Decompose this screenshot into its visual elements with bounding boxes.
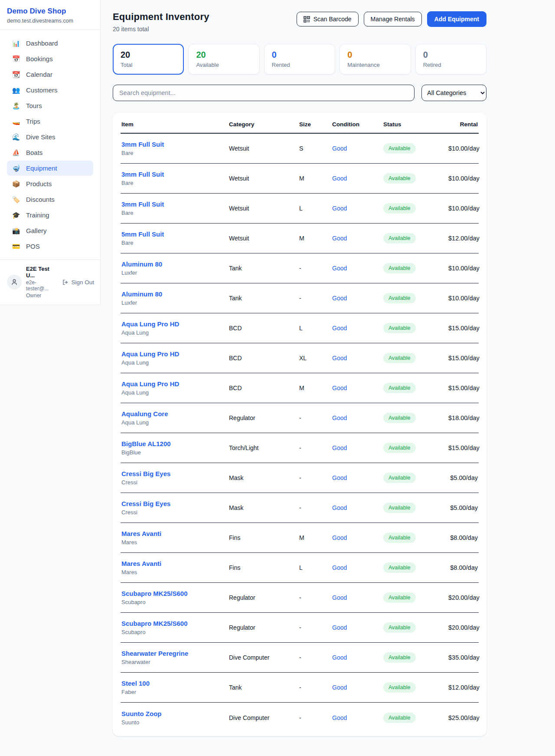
item-name-link[interactable]: Mares Avanti <box>121 560 229 567</box>
table-row: Aqua Lung Pro HD Aqua Lung BCD M Good Av… <box>121 373 479 403</box>
stat-card-rented[interactable]: 0 Rented <box>264 44 335 75</box>
item-cell: Suunto Zoop Suunto <box>121 710 229 726</box>
sidebar-item-label: Training <box>26 211 49 219</box>
add-equipment-button[interactable]: Add Equipment <box>427 11 486 27</box>
category-cell: Fins <box>229 564 299 571</box>
item-name-link[interactable]: 3mm Full Suit <box>121 171 229 178</box>
size-cell: S <box>299 145 332 152</box>
stat-card-available[interactable]: 20 Available <box>188 44 259 75</box>
category-filter-select[interactable]: All Categories <box>421 85 486 101</box>
sidebar-item-label: Products <box>26 180 52 187</box>
condition-cell: Good <box>332 175 383 182</box>
item-name-link[interactable]: Aqualung Core <box>121 410 229 417</box>
item-name-link[interactable]: Cressi Big Eyes <box>121 500 229 507</box>
category-cell: Dive Computer <box>229 714 299 721</box>
condition-cell: Good <box>332 504 383 511</box>
status-cell: Available <box>383 263 448 273</box>
item-cell: Aqua Lung Pro HD Aqua Lung <box>121 380 229 396</box>
status-cell: Available <box>383 473 448 483</box>
stat-card-retired[interactable]: 0 Retired <box>415 44 486 75</box>
rental-price-cell: $12.00/day <box>448 235 480 242</box>
scan-barcode-button[interactable]: Scan Barcode <box>297 12 359 26</box>
item-name-link[interactable]: BigBlue AL1200 <box>121 440 229 447</box>
sidebar-item-pos[interactable]: 💳 POS <box>7 239 93 254</box>
size-cell: - <box>299 265 332 272</box>
status-badge: Available <box>383 383 416 393</box>
item-name-link[interactable]: Cressi Big Eyes <box>121 470 229 477</box>
manage-rentals-button[interactable]: Manage Rentals <box>364 12 422 26</box>
sign-out-button[interactable]: Sign Out <box>62 279 94 286</box>
item-name-link[interactable]: Aluminum 80 <box>121 260 229 268</box>
status-cell: Available <box>383 622 448 633</box>
item-name-link[interactable]: Aqua Lung Pro HD <box>121 350 229 358</box>
item-name-link[interactable]: Mares Avanti <box>121 530 229 537</box>
item-name-link[interactable]: Steel 100 <box>121 680 229 687</box>
condition-cell: Good <box>332 534 383 541</box>
item-cell: Aluminum 80 Luxfer <box>121 260 229 276</box>
item-name-link[interactable]: Aqua Lung Pro HD <box>121 320 229 328</box>
sidebar-item-dashboard[interactable]: 📊 Dashboard <box>7 36 93 51</box>
item-name-link[interactable]: Scubapro MK25/S600 <box>121 590 229 597</box>
item-name-link[interactable]: 3mm Full Suit <box>121 201 229 208</box>
item-name-link[interactable]: 3mm Full Suit <box>121 141 229 148</box>
item-name-link[interactable]: Scubapro MK25/S600 <box>121 620 229 627</box>
table-row: Aluminum 80 Luxfer Tank - Good Available… <box>121 253 479 283</box>
sidebar: Demo Dive Shop demo.test.divestreams.com… <box>0 0 101 756</box>
stat-card-maintenance[interactable]: 0 Maintenance <box>340 44 411 75</box>
table-row: BigBlue AL1200 BigBlue Torch/Light - Goo… <box>121 433 479 463</box>
sidebar-item-equipment[interactable]: 🤿 Equipment <box>7 161 93 176</box>
status-badge: Available <box>383 293 416 303</box>
sidebar-item-customers[interactable]: 👥 Customers <box>7 82 93 98</box>
sidebar-item-label: Gallery <box>26 227 47 234</box>
brand-name[interactable]: Demo Dive Shop <box>7 7 91 16</box>
sidebar-item-products[interactable]: 📦 Products <box>7 176 93 191</box>
status-cell: Available <box>383 532 448 543</box>
page-title: Equipment Inventory <box>113 11 209 23</box>
sidebar-item-training[interactable]: 🎓 Training <box>7 207 93 223</box>
item-name-link[interactable]: Shearwater Peregrine <box>121 650 229 657</box>
sidebar-item-boats[interactable]: ⛵ Boats <box>7 145 93 160</box>
stats-row: 20 Total 20 Available 0 Rented 0 Mainten… <box>113 44 486 75</box>
sidebar-item-dive-sites[interactable]: 🌊 Dive Sites <box>7 129 93 145</box>
sidebar-item-bookings[interactable]: 📅 Bookings <box>7 51 93 66</box>
condition-cell: Good <box>332 295 383 302</box>
sidebar-item-label: Calendar <box>26 71 52 78</box>
table-row: Cressi Big Eyes Cressi Mask - Good Avail… <box>121 493 479 523</box>
status-badge: Available <box>383 353 416 363</box>
item-name-link[interactable]: Aqua Lung Pro HD <box>121 380 229 388</box>
size-cell: - <box>299 654 332 661</box>
status-badge: Available <box>383 413 416 423</box>
item-name-link[interactable]: Suunto Zoop <box>121 710 229 717</box>
user-meta: E2E Test U... e2e-tester@... Owner <box>26 266 58 299</box>
item-brand: Scubapro <box>121 629 229 635</box>
item-name-link[interactable]: 5mm Full Suit <box>121 230 229 238</box>
search-input[interactable] <box>113 85 415 101</box>
user-name: E2E Test U... <box>26 266 58 279</box>
status-cell: Available <box>383 143 448 154</box>
item-name-link[interactable]: Aluminum 80 <box>121 290 229 298</box>
stat-card-total[interactable]: 20 Total <box>113 44 184 75</box>
status-badge: Available <box>383 323 416 333</box>
column-header-item: Item <box>121 121 229 128</box>
sidebar-item-calendar[interactable]: 📆 Calendar <box>7 67 93 82</box>
item-brand: Faber <box>121 689 229 695</box>
status-badge: Available <box>383 562 416 573</box>
column-header-rental: Rental <box>448 121 478 128</box>
sidebar-item-gallery[interactable]: 📸 Gallery <box>7 223 93 238</box>
sidebar-item-trips[interactable]: 🚤 Trips <box>7 114 93 129</box>
items-total-count: 20 items total <box>113 26 209 33</box>
item-cell: Scubapro MK25/S600 Scubapro <box>121 590 229 605</box>
pos-icon: 💳 <box>12 243 20 250</box>
main-content: Equipment Inventory 20 items total Scan … <box>101 0 486 756</box>
item-brand: Aqua Lung <box>121 389 229 396</box>
status-badge: Available <box>383 203 416 214</box>
sidebar-item-label: Bookings <box>26 55 53 62</box>
condition-cell: Good <box>332 594 383 601</box>
status-badge: Available <box>383 682 416 693</box>
trips-icon: 🚤 <box>12 118 20 125</box>
status-cell: Available <box>383 413 448 423</box>
brand-block: Demo Dive Shop demo.test.divestreams.com <box>0 0 100 30</box>
sidebar-item-discounts[interactable]: 🏷️ Discounts <box>7 192 93 207</box>
sidebar-item-tours[interactable]: 🏝️ Tours <box>7 98 93 113</box>
sidebar-item-label: Equipment <box>26 164 57 172</box>
